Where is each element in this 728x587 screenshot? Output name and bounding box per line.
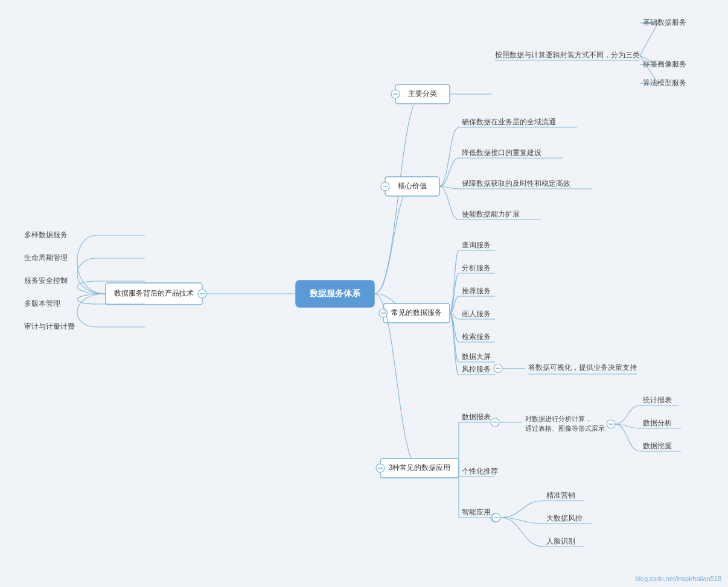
- center-node[interactable]: [296, 281, 374, 307]
- left-branch-node[interactable]: [106, 283, 202, 305]
